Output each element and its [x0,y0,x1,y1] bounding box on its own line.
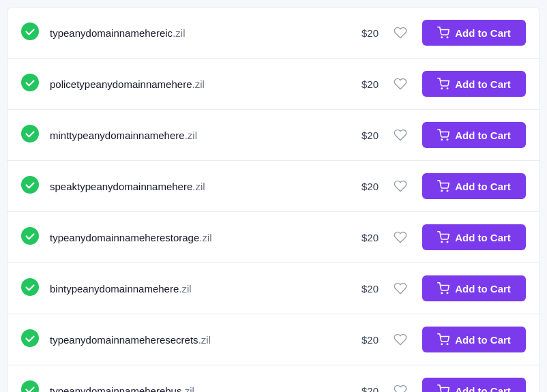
wishlist-button[interactable] [389,73,411,95]
domain-name: minttypeanydomainnamehere.zil [50,130,340,141]
svg-point-11 [447,190,448,192]
svg-point-12 [21,227,39,245]
svg-point-10 [441,190,443,192]
add-to-cart-label: Add to Cart [455,334,511,346]
domain-name: typeanydomainnameheresecrets.zil [50,334,340,346]
domain-price: $20 [351,283,379,295]
table-row: minttypeanydomainnamehere.zil$20 Add to … [8,110,539,161]
cart-icon [437,180,449,192]
table-row: bintypeanydomainnamehere.zil$20 Add to C… [8,263,539,314]
add-to-cart-button[interactable]: Add to Cart [422,224,526,250]
available-icon [21,125,39,145]
domain-name: speaktypeanydomainnamehere.zil [50,181,340,192]
available-icon [21,329,39,350]
add-to-cart-label: Add to Cart [455,385,511,393]
add-to-cart-label: Add to Cart [455,232,511,243]
svg-point-16 [441,292,443,294]
svg-point-1 [441,37,443,38]
available-icon [21,176,39,196]
domain-price: $20 [351,78,379,90]
cart-icon [437,385,449,392]
table-row: typeanydomainnameherebus.zil$20 Add to C… [8,365,539,392]
domain-price: $20 [351,334,379,346]
svg-point-8 [447,139,448,140]
cart-icon [437,333,449,346]
svg-point-17 [447,292,448,294]
svg-point-9 [21,176,39,194]
svg-point-15 [21,278,39,296]
table-row: speaktypeanydomainnamehere.zil$20 Add to… [8,161,539,212]
available-icon [21,22,39,43]
add-to-cart-label: Add to Cart [455,130,511,141]
add-to-cart-button[interactable]: Add to Cart [422,173,526,199]
domain-name: typeanydomainnameherestorage.zil [50,232,340,243]
domain-price: $20 [351,181,379,192]
table-row: typeanydomainnamehereic.zil$20 Add to Ca… [8,7,539,59]
svg-point-4 [441,88,443,89]
domain-name: typeanydomainnamehereic.zil [50,27,340,39]
svg-point-14 [447,241,448,243]
cart-icon [437,282,449,295]
domain-price: $20 [351,385,379,393]
wishlist-button[interactable] [389,329,411,350]
add-to-cart-button[interactable]: Add to Cart [422,275,526,301]
add-to-cart-button[interactable]: Add to Cart [422,327,526,352]
cart-icon [437,231,449,243]
table-row: typeanydomainnameheresecrets.zil$20 Add … [8,314,539,365]
domain-name: policetypeanydomainnamehere.zil [50,78,340,90]
wishlist-button[interactable] [389,380,411,392]
domain-name: typeanydomainnameherebus.zil [50,385,340,393]
domain-name: bintypeanydomainnamehere.zil [50,283,340,295]
table-row: policetypeanydomainnamehere.zil$20 Add t… [8,59,539,110]
add-to-cart-button[interactable]: Add to Cart [422,122,526,148]
add-to-cart-label: Add to Cart [455,27,511,39]
wishlist-button[interactable] [389,124,411,146]
available-icon [21,380,39,392]
available-icon [21,278,39,299]
svg-point-6 [21,125,39,142]
svg-point-19 [441,344,443,345]
cart-icon [437,78,449,90]
wishlist-button[interactable] [389,22,411,44]
wishlist-button[interactable] [389,175,411,197]
add-to-cart-button[interactable]: Add to Cart [422,378,526,392]
available-icon [21,227,39,247]
svg-point-3 [21,74,39,91]
domain-list: typeanydomainnamehereic.zil$20 Add to Ca… [7,7,540,392]
svg-point-2 [447,37,448,38]
add-to-cart-button[interactable]: Add to Cart [422,71,526,97]
cart-icon [437,27,449,39]
svg-point-0 [21,22,39,40]
domain-price: $20 [351,232,379,243]
table-row: typeanydomainnameherestorage.zil$20 Add … [8,212,539,263]
add-to-cart-label: Add to Cart [455,283,511,295]
wishlist-button[interactable] [389,226,411,248]
domain-price: $20 [351,27,379,39]
add-to-cart-label: Add to Cart [455,78,511,90]
add-to-cart-label: Add to Cart [455,181,511,192]
add-to-cart-button[interactable]: Add to Cart [422,20,526,46]
svg-point-13 [441,241,443,243]
cart-icon [437,129,449,141]
svg-point-18 [21,329,39,347]
available-icon [21,74,39,94]
svg-point-20 [447,344,448,345]
svg-point-7 [441,139,443,140]
wishlist-button[interactable] [389,277,411,299]
svg-point-5 [447,88,448,89]
domain-price: $20 [351,130,379,141]
